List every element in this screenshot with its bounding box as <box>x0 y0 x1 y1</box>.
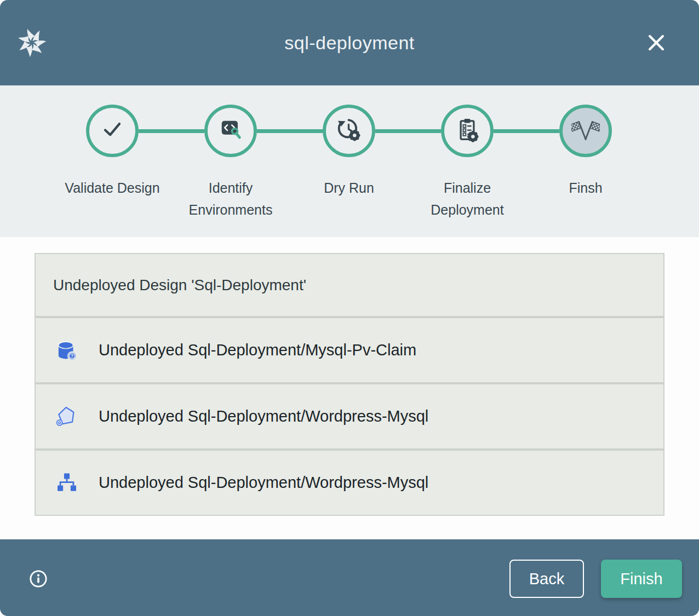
stepper-labels: Validate Design Identify Environments Dr… <box>53 177 645 221</box>
step-connector <box>375 129 441 133</box>
step-label: Identify Environments <box>171 177 290 221</box>
svg-text:?: ? <box>71 354 73 359</box>
page-title: sql-deployment <box>0 0 699 85</box>
modal-header: sql-deployment <box>0 0 699 85</box>
topology-icon <box>55 471 79 495</box>
deployment-wizard-modal: sql-deployment <box>0 0 699 616</box>
finish-button[interactable]: Finish <box>601 560 682 598</box>
step-label: Finsh <box>526 177 645 221</box>
info-icon[interactable] <box>27 568 49 590</box>
step-connector <box>139 129 204 133</box>
wizard-stepper: Validate Design Identify Environments Dr… <box>0 85 699 237</box>
checkered-flags-icon <box>571 116 600 146</box>
log-row-text: Undeployed Sql-Deployment/Wordpress-Mysq… <box>99 474 428 492</box>
database-icon: ? <box>55 338 79 362</box>
log-row-text: Undeployed Sql-Deployment/Mysql-Pv-Claim <box>99 341 416 359</box>
deployment-log-title: Undeployed Design 'Sql-Deployment' <box>36 254 663 316</box>
close-icon[interactable] <box>644 31 668 55</box>
code-window-wrench-icon <box>216 116 245 146</box>
check-icon <box>98 116 127 146</box>
step-finish[interactable] <box>559 105 612 157</box>
log-row-wordpress-mysql-topology: Undeployed Sql-Deployment/Wordpress-Mysq… <box>36 448 663 515</box>
node-icon <box>55 405 79 429</box>
step-connector <box>494 129 559 133</box>
stepper-track <box>86 105 612 157</box>
step-label: Validate Design <box>53 177 171 221</box>
step-finalize-deployment[interactable] <box>441 105 494 157</box>
step-label: Dry Run <box>290 177 408 221</box>
log-row-wordpress-mysql-node: Undeployed Sql-Deployment/Wordpress-Mysq… <box>36 382 663 448</box>
back-button[interactable]: Back <box>509 560 584 598</box>
log-row-text: Undeployed Sql-Deployment/Wordpress-Mysq… <box>99 407 428 425</box>
deployment-log-panel: Undeployed Design 'Sql-Deployment' ? Und… <box>0 237 699 539</box>
modal-footer: Back Finish <box>0 539 699 616</box>
step-identify-environments[interactable] <box>204 105 257 157</box>
log-row-mysql-pv-claim: ? Undeployed Sql-Deployment/Mysql-Pv-Cla… <box>36 316 663 382</box>
step-label: Finalize Deployment <box>408 177 526 221</box>
clipboard-gear-icon <box>453 116 482 146</box>
history-gear-icon <box>335 116 363 146</box>
step-dry-run[interactable] <box>323 105 375 157</box>
step-connector <box>257 129 323 133</box>
deployment-log-card: Undeployed Design 'Sql-Deployment' ? Und… <box>35 253 664 516</box>
step-validate-design[interactable] <box>86 105 139 157</box>
